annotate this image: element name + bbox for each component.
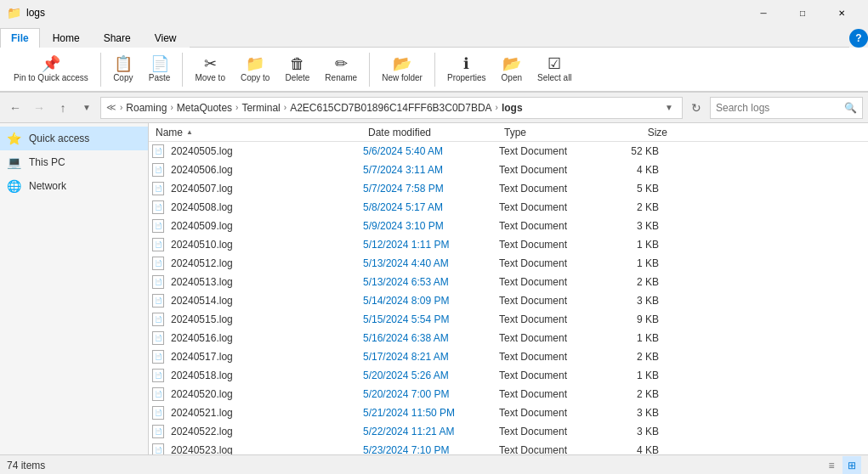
copy-button[interactable]: 📋 Copy: [106, 53, 140, 86]
breadcrumb-metaquotes[interactable]: MetaQuotes: [177, 102, 232, 114]
file-type: Text Document: [496, 405, 598, 420]
network-icon: 🌐: [7, 179, 24, 193]
file-date: 5/13/2024 4:40 AM: [360, 256, 496, 271]
file-date: 5/16/2024 6:38 AM: [360, 330, 496, 346]
close-button[interactable]: ✕: [822, 0, 861, 25]
breadcrumb-roaming-label[interactable]: Roaming: [126, 102, 167, 114]
table-row[interactable]: 📄 20240517.log 5/17/2024 8:21 AM Text Do…: [149, 347, 868, 366]
copy-to-button[interactable]: 📁 Copy to: [234, 53, 276, 86]
tab-file[interactable]: File: [0, 28, 40, 48]
title-bar-icons: 📁: [7, 6, 21, 20]
tab-home[interactable]: Home: [42, 28, 91, 48]
breadcrumb-roaming[interactable]: ≪: [106, 102, 116, 113]
breadcrumb-terminal[interactable]: Terminal: [241, 102, 280, 114]
table-row[interactable]: 📄 20240509.log 5/9/2024 3:10 PM Text Doc…: [149, 217, 868, 235]
search-input[interactable]: [716, 102, 835, 114]
tab-view[interactable]: View: [144, 28, 188, 48]
ribbon-tabs: File Home Share View ?: [0, 25, 868, 48]
file-type: Text Document: [496, 162, 598, 178]
rename-button[interactable]: ✏ Rename: [318, 53, 364, 86]
table-row[interactable]: 📄 20240514.log 5/14/2024 8:09 PM Text Do…: [149, 291, 868, 310]
sidebar-item-network[interactable]: 🌐 Network: [0, 174, 148, 198]
file-icon: 📄: [152, 257, 166, 270]
table-row[interactable]: 📄 20240505.log 5/6/2024 5:40 AM Text Doc…: [149, 142, 868, 161]
file-type: Text Document: [496, 312, 598, 327]
file-type: Text Document: [496, 349, 598, 364]
file-name: 20240510.log: [171, 239, 233, 251]
address-path[interactable]: ≪ › Roaming › MetaQuotes › Terminal › A2…: [100, 97, 683, 119]
file-name-cell: 📄 20240517.log: [152, 350, 360, 364]
move-to-button[interactable]: ✂ Move to: [188, 53, 232, 86]
sidebar-item-thispc[interactable]: 💻 This PC: [0, 150, 148, 174]
table-row[interactable]: 📄 20240521.log 5/21/2024 11:50 PM Text D…: [149, 403, 868, 422]
file-type: Text Document: [496, 218, 598, 234]
copyto-icon: 📁: [246, 56, 264, 71]
details-view-button[interactable]: ≡: [822, 456, 841, 475]
window-title: logs: [26, 7, 744, 19]
table-row[interactable]: 📄 20240513.log 5/13/2024 6:53 AM Text Do…: [149, 273, 868, 291]
file-type: Text Document: [496, 330, 598, 346]
table-row[interactable]: 📄 20240516.log 5/16/2024 6:38 AM Text Do…: [149, 329, 868, 347]
table-row[interactable]: 📄 20240510.log 5/12/2024 1:11 PM Text Do…: [149, 235, 868, 254]
file-size: 1 KB: [598, 370, 666, 381]
file-date: 5/6/2024 5:40 AM: [360, 144, 496, 159]
file-icon: 📄: [152, 238, 166, 251]
refresh-button[interactable]: ↻: [686, 98, 706, 118]
tab-share[interactable]: Share: [93, 28, 142, 48]
file-icon: 📄: [152, 200, 166, 214]
file-type: Text Document: [496, 424, 598, 439]
file-date: 5/20/2024 5:26 AM: [360, 368, 496, 383]
table-row[interactable]: 📄 20240506.log 5/7/2024 3:11 AM Text Doc…: [149, 161, 868, 179]
paste-button[interactable]: 📄 Paste: [142, 53, 178, 86]
ribbon-separator-4: [434, 53, 435, 87]
delete-button[interactable]: 🗑 Delete: [278, 53, 316, 86]
file-date: 5/20/2024 7:00 PM: [360, 387, 496, 402]
table-row[interactable]: 📄 20240518.log 5/20/2024 5:26 AM Text Do…: [149, 366, 868, 385]
up-button[interactable]: ↑: [53, 98, 73, 118]
recent-locations-button[interactable]: ▼: [77, 98, 97, 118]
file-size: 2 KB: [598, 388, 666, 400]
open-button[interactable]: 📂 Open: [495, 53, 529, 86]
file-name-cell: 📄 20240521.log: [152, 406, 360, 420]
properties-button[interactable]: ℹ Properties: [440, 53, 493, 86]
breadcrumb-logs[interactable]: logs: [502, 102, 523, 114]
file-date: 5/21/2024 11:50 PM: [360, 405, 496, 420]
selectall-button[interactable]: ☑ Select all: [530, 53, 579, 86]
column-header-date[interactable]: Date modified: [365, 125, 501, 140]
column-header-name[interactable]: Name ▲: [152, 125, 365, 140]
file-size: 4 KB: [598, 444, 666, 454]
table-row[interactable]: 📄 20240520.log 5/20/2024 7:00 PM Text Do…: [149, 385, 868, 403]
sidebar-item-quickaccess[interactable]: ⭐ Quick access: [0, 127, 148, 150]
maximize-button[interactable]: □: [783, 0, 822, 25]
move-icon: ✂: [204, 56, 217, 71]
sidebar-item-thispc-label: This PC: [29, 156, 65, 168]
file-name: 20240517.log: [171, 351, 233, 363]
table-row[interactable]: 📄 20240522.log 5/22/2024 11:21 AM Text D…: [149, 422, 868, 441]
help-button[interactable]: ?: [849, 29, 868, 48]
ribbon-separator-2: [182, 53, 183, 87]
properties-icon: ℹ: [463, 56, 469, 71]
delete-icon: 🗑: [290, 56, 305, 71]
file-size: 9 KB: [598, 313, 666, 325]
table-row[interactable]: 📄 20240523.log 5/23/2024 7:10 PM Text Do…: [149, 441, 868, 454]
column-header-type[interactable]: Type: [501, 125, 603, 140]
minimize-button[interactable]: ─: [744, 0, 783, 25]
column-header-size[interactable]: Size: [603, 125, 671, 140]
table-row[interactable]: 📄 20240512.log 5/13/2024 4:40 AM Text Do…: [149, 254, 868, 273]
table-row[interactable]: 📄 20240508.log 5/8/2024 5:17 AM Text Doc…: [149, 198, 868, 217]
table-row[interactable]: 📄 20240515.log 5/15/2024 5:54 PM Text Do…: [149, 310, 868, 329]
search-box[interactable]: 🔍: [710, 97, 863, 119]
file-name: 20240506.log: [171, 164, 233, 176]
table-row[interactable]: 📄 20240507.log 5/7/2024 7:58 PM Text Doc…: [149, 179, 868, 198]
newfolder-button[interactable]: 📂 New folder: [375, 53, 429, 86]
file-type: Text Document: [496, 443, 598, 454]
large-icons-view-button[interactable]: ⊞: [842, 456, 861, 475]
file-name: 20240507.log: [171, 183, 233, 195]
forward-button[interactable]: →: [29, 98, 49, 118]
breadcrumb-hash[interactable]: A2EC615CD7B01896C14FFF6B3C0D7BDA: [290, 102, 491, 114]
path-dropdown-arrow[interactable]: ▼: [661, 103, 677, 112]
file-icon: 📄: [152, 275, 166, 289]
file-icon: 📄: [152, 387, 166, 401]
pin-to-quickaccess-button[interactable]: 📌 Pin to Quick access: [7, 53, 95, 86]
back-button[interactable]: ←: [5, 98, 26, 118]
